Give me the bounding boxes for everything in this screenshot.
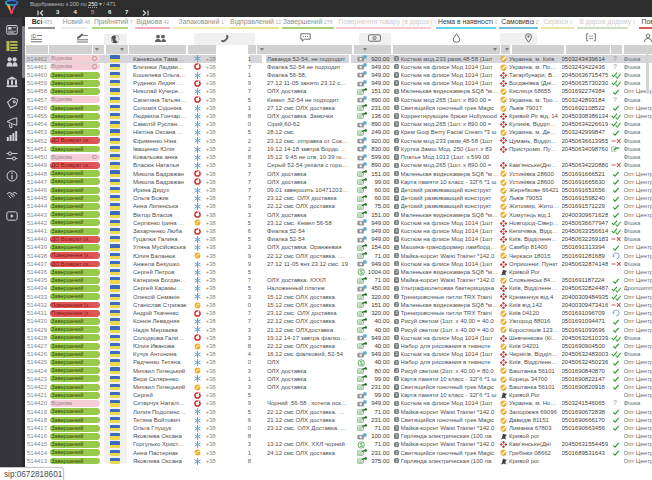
svg-text:ID: ID (31, 33, 36, 39)
